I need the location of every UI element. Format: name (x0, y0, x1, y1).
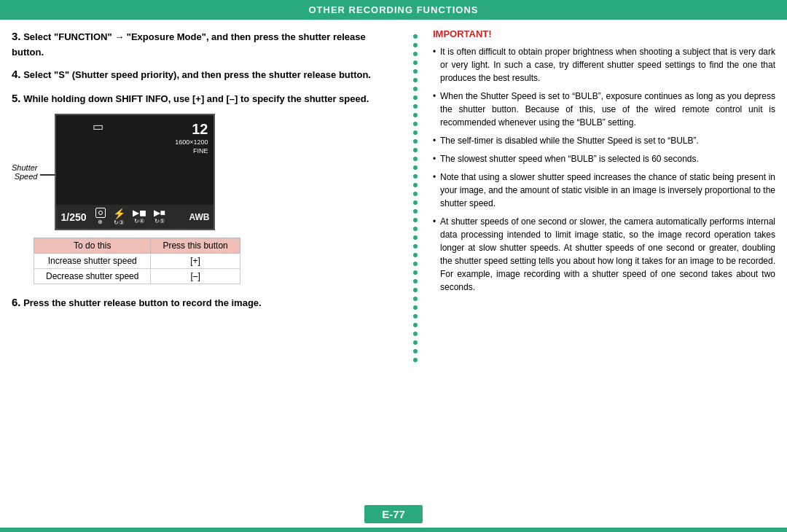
divider-dot (413, 340, 418, 345)
shutter-speed-value: 1/250 (60, 211, 86, 223)
drive-icon: ▶◼ ↻④ (133, 208, 146, 226)
step-6: 6. Press the shutter release button to r… (12, 294, 398, 311)
step3-num: 3. (12, 30, 21, 42)
divider-dot (413, 192, 418, 196)
divider-dot (413, 43, 418, 47)
divider-dot (413, 148, 418, 152)
camera-info: 12 1600×1200 FINE (175, 120, 208, 155)
divider-dot (413, 78, 418, 82)
table-cell-action: Decrease shutter speed (34, 269, 151, 284)
divider-dot (413, 218, 418, 222)
divider-dot (413, 52, 418, 56)
shutter-label-line2: Speed (15, 172, 38, 181)
table-cell-action: Increase shutter speed (34, 254, 151, 269)
header-bar: OTHER RECORDING FUNCTIONS (0, 0, 787, 20)
divider-dot (413, 34, 418, 39)
divider-dot (413, 288, 418, 292)
dot-divider (413, 31, 418, 499)
divider-dot (413, 262, 418, 266)
divider-dot (413, 139, 418, 144)
divider-dot (413, 227, 418, 231)
divider-dot (413, 130, 418, 135)
left-column: 3. Select "FUNCTION" → "Exposure Mode", … (12, 28, 405, 499)
page-wrapper: OTHER RECORDING FUNCTIONS 3. Select "FUN… (0, 0, 787, 532)
divider-dot (413, 200, 418, 205)
step-3: 3. Select "FUNCTION" → "Exposure Mode", … (12, 28, 398, 59)
table-cell-button: [+] (151, 254, 240, 269)
bottom-green-bar (0, 528, 787, 532)
content-area: 3. Select "FUNCTION" → "Exposure Mode", … (0, 20, 787, 499)
step6-num: 6. (12, 296, 21, 308)
page-badge: E-77 (364, 505, 423, 523)
header-title: OTHER RECORDING FUNCTIONS (309, 4, 479, 15)
bullet-item: At shutter speeds of one second or slowe… (433, 215, 775, 294)
resolution: 1600×1200 (175, 138, 208, 147)
bullet-item: It is often difficult to obtain proper b… (433, 45, 775, 85)
divider-dot (413, 183, 418, 187)
bullet-item: The slowest shutter speed when “BULB” is… (433, 152, 775, 165)
divider-dot (413, 165, 418, 170)
divider-dot (413, 349, 418, 353)
camera-screen: ▭ 12 1600×1200 FINE 1/250 (55, 114, 215, 230)
metering-icon: ⊕ (95, 208, 106, 226)
function-table: To do this Press this button Increase sh… (34, 238, 240, 284)
divider-dot (413, 253, 418, 257)
footer-area: E-77 (0, 499, 787, 528)
divider-dot (413, 332, 418, 336)
divider-dot (413, 122, 418, 126)
divider-dot (413, 270, 418, 275)
bullet-item: The self-timer is disabled while the Shu… (433, 134, 775, 147)
divider-dot (413, 69, 418, 74)
camera-bottom-bar: 1/250 ⊕ (56, 205, 214, 229)
important-heading: IMPORTANT! (433, 28, 775, 39)
step5-text: While holding down SHIFT INFO, use [+] a… (23, 93, 369, 104)
step-4: 4. Select "S" (Shutter speed priority), … (12, 66, 398, 83)
divider-dot (413, 297, 418, 301)
bullet-item: Note that using a slower shutter speed i… (433, 171, 775, 210)
table-cell-button: [–] (151, 269, 240, 284)
divider-dot (413, 235, 418, 240)
image-count: 12 (175, 120, 208, 138)
table-row: Decrease shutter speed[–] (34, 269, 240, 284)
table-col1-header: To do this (34, 238, 151, 254)
step6-text: Press the shutter release button to reco… (23, 297, 262, 308)
divider-dot (413, 174, 418, 179)
divider-column (405, 28, 426, 499)
divider-dot (413, 305, 418, 310)
divider-dot (413, 323, 418, 327)
step4-text: Select "S" (Shutter speed priority), and… (23, 69, 371, 80)
bullet-list: It is often difficult to obtain proper b… (433, 45, 775, 294)
divider-dot (413, 157, 418, 161)
shutter-label-line1: Shutter (12, 163, 37, 172)
focus-icon: ▶■ ↻⑤ (154, 208, 165, 226)
divider-dot (413, 314, 418, 318)
divider-dot (413, 358, 418, 362)
viewfinder-icon: ▭ (93, 120, 103, 133)
flash-icon: ⚡ ↻③ (113, 208, 125, 226)
step3-text: Select "FUNCTION" → "Exposure Mode", and… (12, 31, 366, 58)
quality: FINE (175, 147, 208, 156)
camera-icons: ⊕ ⚡ ↻③ ▶◼ (95, 208, 165, 226)
step-5: 5. While holding down SHIFT INFO, use [+… (12, 90, 398, 107)
divider-dot (413, 113, 418, 117)
divider-dot (413, 209, 418, 214)
divider-dot (413, 95, 418, 100)
awb-label: AWB (189, 212, 209, 222)
table-col2-header: Press this button (151, 238, 240, 254)
divider-dot (413, 104, 418, 109)
right-column: IMPORTANT! It is often difficult to obta… (426, 28, 775, 499)
camera-display-area: Shutter Speed ▭ 12 1600×1200 FINE (12, 114, 398, 230)
bullet-item: When the Shutter Speed is set to “BULB”,… (433, 90, 775, 129)
divider-dot (413, 60, 418, 65)
divider-dot (413, 279, 418, 283)
divider-dot (413, 87, 418, 91)
step4-num: 4. (12, 68, 21, 80)
step5-num: 5. (12, 92, 21, 104)
table-row: Increase shutter speed[+] (34, 254, 240, 269)
divider-dot (413, 244, 418, 249)
